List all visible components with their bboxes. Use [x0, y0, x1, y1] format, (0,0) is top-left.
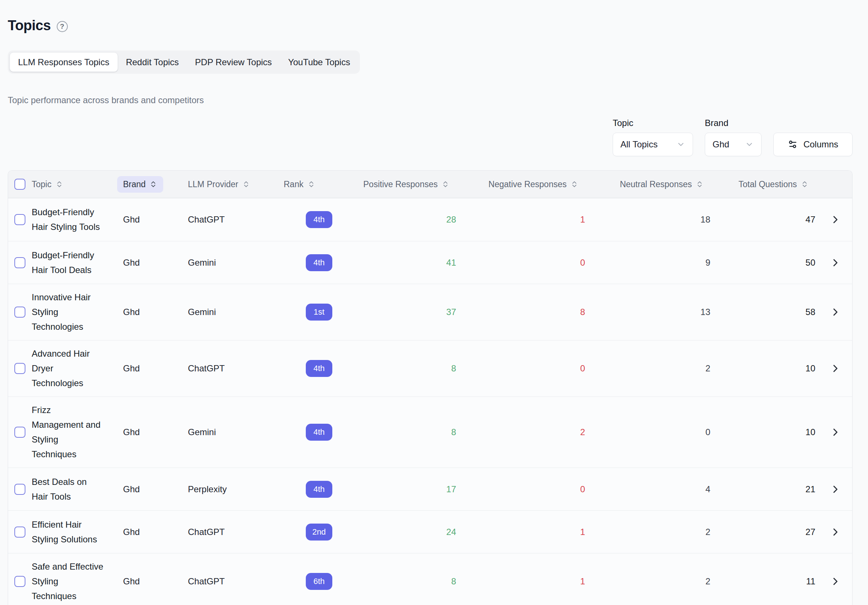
neutral-responses-cell: 2 — [588, 576, 713, 586]
neutral-responses-cell: 18 — [588, 214, 713, 225]
positive-responses-cell: 24 — [338, 527, 459, 537]
row-checkbox-cell — [8, 427, 32, 438]
topic-cell: Safe and Effective Styling Techniques — [32, 559, 116, 603]
neutral-responses-cell: 9 — [588, 258, 713, 268]
tab-pdp-review-topics[interactable]: PDP Review Topics — [187, 52, 280, 72]
column-header-total-questions[interactable]: Total Questions — [713, 180, 818, 189]
brand-cell: Ghd — [116, 307, 181, 317]
llm-provider-cell: ChatGPT — [181, 214, 276, 225]
table-header: Topic Brand LLM Provider Rank — [8, 171, 852, 198]
negative-responses-cell: 0 — [459, 363, 588, 374]
brand-cell: Ghd — [116, 214, 181, 225]
topic-text: Efficient Hair Styling Solutions — [32, 517, 104, 547]
row-checkbox[interactable] — [14, 526, 25, 538]
chevron-right-icon[interactable] — [830, 484, 840, 495]
llm-provider-cell: Gemini — [181, 307, 276, 317]
negative-responses-cell: 2 — [459, 427, 588, 437]
rank-cell: 4th — [276, 254, 338, 271]
total-questions-cell: 50 — [713, 258, 818, 268]
neutral-responses-cell: 2 — [588, 363, 713, 374]
column-header-positive-responses[interactable]: Positive Responses — [338, 180, 459, 189]
page-title: Topics — [8, 18, 51, 34]
row-checkbox[interactable] — [14, 576, 25, 587]
select-all-checkbox[interactable] — [14, 179, 25, 190]
row-actions-cell — [818, 214, 852, 225]
table-row[interactable]: Budget-Friendly Hair Styling Tools Ghd C… — [8, 198, 852, 241]
llm-provider-cell: Gemini — [181, 427, 276, 437]
topic-filter-group: Topic All Topics — [613, 118, 693, 156]
column-header-negative-responses[interactable]: Negative Responses — [459, 180, 588, 189]
table-header-row: Topic Brand LLM Provider Rank — [8, 171, 852, 198]
column-header-topic[interactable]: Topic — [32, 180, 116, 189]
table-row[interactable]: Safe and Effective Styling Techniques Gh… — [8, 553, 852, 605]
neutral-responses-cell: 2 — [588, 527, 713, 537]
sort-icon — [570, 180, 578, 188]
brand-filter-select[interactable]: Ghd — [705, 133, 761, 156]
table-row[interactable]: Budget-Friendly Hair Tool Deals Ghd Gemi… — [8, 241, 852, 284]
rank-badge: 4th — [306, 211, 332, 228]
topic-cell: Budget-Friendly Hair Tool Deals — [32, 248, 116, 278]
chevron-right-icon[interactable] — [830, 307, 840, 317]
brand-filter-value: Ghd — [713, 139, 729, 150]
tab-llm-responses-topics[interactable]: LLM Responses Topics — [9, 52, 118, 72]
tab-reddit-topics[interactable]: Reddit Topics — [118, 52, 187, 72]
column-header-llm-provider[interactable]: LLM Provider — [181, 180, 276, 189]
topic-filter-label: Topic — [613, 118, 693, 128]
help-icon[interactable]: ? — [57, 21, 68, 32]
column-header-neutral-responses[interactable]: Neutral Responses — [588, 180, 713, 189]
topic-text: Frizz Management and Styling Techniques — [32, 403, 104, 462]
rank-badge: 1st — [306, 304, 332, 321]
table-row[interactable]: Innovative Hair Styling Technologies Ghd… — [8, 284, 852, 340]
positive-responses-cell: 28 — [338, 214, 459, 225]
sort-icon — [242, 180, 250, 188]
page-subtitle: Topic performance across brands and comp… — [8, 95, 852, 105]
total-questions-cell: 11 — [713, 576, 818, 586]
chevron-right-icon[interactable] — [830, 363, 840, 374]
topic-text: Best Deals on Hair Tools — [32, 475, 104, 504]
row-checkbox[interactable] — [14, 307, 25, 318]
sort-icon — [149, 180, 157, 188]
chevron-right-icon[interactable] — [830, 576, 840, 586]
rank-badge: 6th — [306, 573, 332, 590]
column-header-brand[interactable]: Brand — [116, 176, 181, 193]
row-checkbox[interactable] — [14, 214, 25, 225]
row-checkbox[interactable] — [14, 363, 25, 374]
row-checkbox-cell — [8, 526, 32, 538]
columns-button[interactable]: Columns — [773, 133, 852, 156]
chevron-right-icon[interactable] — [830, 214, 840, 225]
table-row[interactable]: Advanced Hair Dryer Technologies Ghd Cha… — [8, 340, 852, 396]
sort-icon — [801, 180, 809, 188]
neutral-responses-cell: 13 — [588, 307, 713, 317]
negative-responses-cell: 1 — [459, 214, 588, 225]
row-actions-cell — [818, 363, 852, 374]
llm-provider-cell: Gemini — [181, 258, 276, 268]
total-questions-cell: 58 — [713, 307, 818, 317]
topic-filter-select[interactable]: All Topics — [613, 133, 693, 156]
row-actions-cell — [818, 307, 852, 317]
chevron-right-icon[interactable] — [830, 527, 840, 537]
table-row[interactable]: Frizz Management and Styling Techniques … — [8, 396, 852, 468]
brand-cell: Ghd — [116, 258, 181, 268]
table-row[interactable]: Efficient Hair Styling Solutions Ghd Cha… — [8, 510, 852, 553]
rank-cell: 4th — [276, 211, 338, 228]
tab-youtube-topics[interactable]: YouTube Topics — [280, 52, 358, 72]
llm-provider-cell: Perplexity — [181, 484, 276, 495]
brand-cell: Ghd — [116, 484, 181, 495]
row-checkbox[interactable] — [14, 257, 25, 268]
positive-responses-cell: 41 — [338, 258, 459, 268]
chevron-down-icon — [745, 140, 754, 149]
row-checkbox[interactable] — [14, 427, 25, 438]
rank-cell: 4th — [276, 360, 338, 377]
total-questions-cell: 27 — [713, 527, 818, 537]
row-checkbox[interactable] — [14, 484, 25, 495]
chevron-right-icon[interactable] — [830, 427, 840, 437]
column-header-rank[interactable]: Rank — [276, 180, 338, 189]
rank-cell: 4th — [276, 424, 338, 441]
topic-cell: Efficient Hair Styling Solutions — [32, 517, 116, 547]
topic-text: Budget-Friendly Hair Styling Tools — [32, 205, 104, 234]
table-row[interactable]: Best Deals on Hair Tools Ghd Perplexity … — [8, 468, 852, 510]
positive-responses-cell: 17 — [338, 484, 459, 495]
topics-table: Topic Brand LLM Provider Rank — [8, 170, 852, 605]
chevron-right-icon[interactable] — [830, 258, 840, 268]
row-checkbox-cell — [8, 214, 32, 225]
